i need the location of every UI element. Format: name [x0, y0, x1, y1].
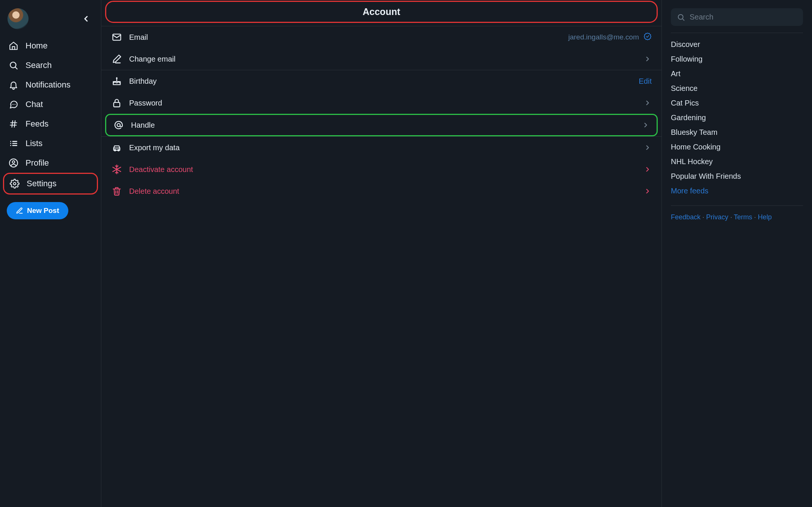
sidebar-item-chat[interactable]: Chat	[3, 95, 98, 114]
verified-icon	[643, 32, 652, 42]
chevron-right-icon	[643, 187, 652, 195]
account-group-security: Birthday Edit Password Handle	[101, 70, 661, 136]
sidebar-item-profile[interactable]: Profile	[3, 153, 98, 173]
footer-terms[interactable]: Terms	[734, 213, 752, 221]
svg-point-13	[10, 145, 11, 146]
sidebar-item-notifications[interactable]: Notifications	[3, 75, 98, 95]
account-group-data: Export my data Deactivate account Delete…	[101, 136, 661, 202]
new-post-label: New Post	[27, 207, 59, 215]
svg-line-31	[682, 18, 684, 20]
sidebar: Home Search Notifications Chat Feeds Lis…	[0, 0, 101, 507]
bell-icon	[8, 80, 19, 90]
sidebar-item-label: Search	[26, 60, 52, 70]
search-icon	[8, 60, 19, 71]
feed-item-following[interactable]: Following	[671, 54, 803, 65]
feed-item-nhl[interactable]: NHL Hockey	[671, 156, 803, 167]
divider	[671, 33, 803, 33]
export-data-row[interactable]: Export my data	[101, 137, 661, 158]
mail-icon	[111, 32, 122, 43]
deactivate-row[interactable]: Deactivate account	[101, 158, 661, 180]
sidebar-item-label: Home	[26, 41, 48, 51]
feed-list: Discover Following Art Science Cat Pics …	[671, 39, 803, 196]
email-row[interactable]: Email jared.ingalls@me.com	[101, 26, 661, 48]
trash-icon	[111, 186, 122, 197]
delete-label: Delete account	[129, 187, 637, 196]
feed-item-popular[interactable]: Popular With Friends	[671, 171, 803, 182]
footer-feedback[interactable]: Feedback	[671, 213, 701, 221]
feed-item-art[interactable]: Art	[671, 68, 803, 79]
cake-icon	[111, 75, 122, 87]
handle-label: Handle	[131, 121, 635, 130]
gear-icon	[9, 178, 20, 189]
svg-line-7	[12, 121, 13, 127]
sidebar-item-search[interactable]: Search	[3, 56, 98, 75]
snowflake-icon	[111, 164, 122, 175]
deactivate-label: Deactivate account	[129, 165, 637, 174]
email-value: jared.ingalls@me.com	[568, 33, 639, 41]
svg-point-2	[12, 104, 13, 105]
change-email-row[interactable]: Change email	[101, 48, 661, 70]
feed-item-catpics[interactable]: Cat Pics	[671, 98, 803, 109]
chevron-right-icon	[643, 99, 652, 107]
main-panel: Account Email jared.ingalls@me.com Chang…	[101, 0, 662, 507]
svg-point-11	[10, 143, 11, 144]
pencil-icon	[111, 53, 122, 65]
feed-item-bluesky[interactable]: Bluesky Team	[671, 127, 803, 138]
svg-point-3	[13, 104, 14, 105]
sidebar-item-home[interactable]: Home	[3, 36, 98, 56]
birthday-edit-link[interactable]: Edit	[639, 77, 652, 86]
handle-row[interactable]: Handle	[106, 115, 657, 135]
home-icon	[8, 41, 19, 51]
at-icon	[113, 119, 124, 131]
sidebar-item-label: Profile	[26, 158, 49, 168]
compose-icon	[16, 207, 23, 214]
feed-item-discover[interactable]: Discover	[671, 39, 803, 50]
birthday-label: Birthday	[129, 77, 632, 86]
more-feeds-link[interactable]: More feeds	[671, 186, 803, 196]
sidebar-item-label: Feeds	[26, 119, 48, 129]
user-icon	[8, 158, 19, 168]
chevron-right-icon	[643, 143, 652, 152]
lock-icon	[111, 97, 122, 109]
avatar[interactable]	[8, 8, 29, 29]
feed-item-gardening[interactable]: Gardening	[671, 112, 803, 123]
chevron-right-icon	[643, 165, 652, 174]
birthday-row[interactable]: Birthday Edit	[101, 70, 661, 92]
change-email-label: Change email	[129, 55, 637, 63]
chevron-right-icon	[643, 55, 652, 63]
delete-row[interactable]: Delete account	[101, 180, 661, 202]
chevron-left-icon	[81, 14, 90, 23]
car-icon	[111, 142, 122, 153]
sidebar-item-label: Settings	[27, 179, 57, 189]
search-icon	[677, 13, 685, 21]
feed-item-science[interactable]: Science	[671, 83, 803, 94]
right-panel: Discover Following Art Science Cat Pics …	[662, 0, 812, 507]
svg-point-4	[15, 104, 15, 105]
password-label: Password	[129, 99, 637, 107]
footer-privacy[interactable]: Privacy	[706, 213, 728, 221]
password-row[interactable]: Password	[101, 92, 661, 114]
footer-help[interactable]: Help	[758, 213, 772, 221]
handle-row-highlight: Handle	[105, 114, 658, 136]
search-box[interactable]	[671, 8, 803, 26]
svg-point-21	[117, 124, 120, 127]
svg-rect-20	[114, 103, 120, 107]
sidebar-item-lists[interactable]: Lists	[3, 134, 98, 153]
page-title: Account	[105, 1, 658, 23]
footer-links: Feedback · Privacy · Terms · Help	[671, 205, 803, 221]
email-label: Email	[129, 33, 562, 42]
hash-icon	[8, 119, 19, 129]
svg-point-16	[12, 161, 15, 163]
search-input[interactable]	[690, 13, 797, 21]
chat-icon	[8, 99, 19, 110]
sidebar-item-feeds[interactable]: Feeds	[3, 114, 98, 134]
new-post-button[interactable]: New Post	[7, 202, 68, 219]
svg-point-9	[10, 141, 11, 142]
chevron-right-icon	[642, 121, 650, 129]
svg-point-17	[14, 183, 16, 185]
feed-item-cooking[interactable]: Home Cooking	[671, 142, 803, 152]
back-button[interactable]	[78, 11, 93, 26]
list-icon	[8, 138, 19, 149]
sidebar-item-settings[interactable]: Settings	[3, 173, 98, 195]
sidebar-item-label: Notifications	[26, 80, 71, 90]
